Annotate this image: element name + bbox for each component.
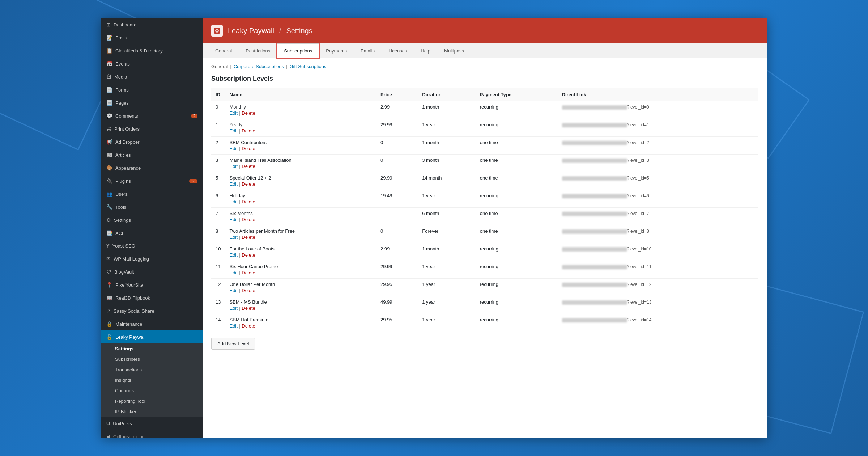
tab-emails[interactable]: Emails [354, 43, 382, 58]
cell-id: 10 [211, 243, 225, 261]
sidebar-item-maintenance[interactable]: 🔒 Maintenance [101, 317, 203, 330]
edit-link[interactable]: Edit [229, 270, 237, 275]
link-suffix: ?level_id=13 [627, 300, 652, 305]
sidebar-item-unipress[interactable]: U UniPress [101, 417, 203, 430]
sidebar-item-sassy-social[interactable]: ↗ Sassy Social Share [101, 304, 203, 317]
link-suffix: ?level_id=8 [627, 229, 649, 234]
cell-direct-link: ?level_id=7 [558, 208, 758, 225]
edit-link[interactable]: Edit [229, 305, 237, 311]
cell-duration: 1 year [418, 119, 476, 137]
sidebar-item-leaky-paywall[interactable]: 🔓 Leaky Paywall [101, 330, 203, 343]
cell-direct-link: ?level_id=6 [558, 190, 758, 208]
tab-help[interactable]: Help [414, 43, 437, 58]
sidebar-item-events[interactable]: 📅 Events [101, 57, 203, 70]
leaky-paywall-icon: 🔓 [106, 334, 112, 340]
tab-restrictions[interactable]: Restrictions [239, 43, 277, 58]
add-new-level-button[interactable]: Add New Level [211, 338, 255, 350]
delete-link[interactable]: Delete [242, 146, 255, 151]
sidebar-subitem-insights[interactable]: Insights [101, 375, 203, 385]
sidebar-subitem-subscribers[interactable]: Subscribers [101, 354, 203, 364]
tab-general[interactable]: General [208, 43, 239, 58]
sidebar-subitem-ip-blocker[interactable]: IP Blocker [101, 406, 203, 417]
sidebar-item-settings[interactable]: ⚙ Settings [101, 214, 203, 227]
sidebar-item-comments[interactable]: 💬 Comments 2 [101, 109, 203, 122]
delete-link[interactable]: Delete [242, 270, 255, 275]
sidebar-subitem-transactions[interactable]: Transactions [101, 364, 203, 375]
delete-link[interactable]: Delete [242, 199, 255, 204]
delete-link[interactable]: Delete [242, 164, 255, 169]
edit-link[interactable]: Edit [229, 235, 237, 240]
sidebar-item-dashboard[interactable]: ⊞ Dashboard [101, 18, 203, 31]
delete-link[interactable]: Delete [242, 217, 255, 222]
edit-link[interactable]: Edit [229, 110, 237, 116]
cell-payment-type: recurring [476, 279, 558, 296]
breadcrumb: General | Corporate Subscriptions | Gift… [211, 64, 758, 69]
sidebar-subitem-coupons[interactable]: Coupons [101, 385, 203, 396]
sidebar-item-ad-dropper[interactable]: 📢 Ad Dropper [101, 135, 203, 148]
cell-payment-type: one time [476, 137, 558, 155]
edit-link[interactable]: Edit [229, 288, 237, 293]
tab-payments[interactable]: Payments [319, 43, 354, 58]
sidebar-subitem-settings[interactable]: Settings [101, 343, 203, 354]
sidebar-item-classifieds[interactable]: 📋 Classifieds & Directory [101, 44, 203, 57]
row-actions: Edit|Delete [229, 146, 371, 151]
sidebar-item-users[interactable]: 👥 Users [101, 187, 203, 200]
row-name: Six Hour Canoe Promo [229, 264, 371, 269]
edit-link[interactable]: Edit [229, 199, 237, 204]
delete-link[interactable]: Delete [242, 181, 255, 187]
sidebar-item-forms[interactable]: 📄 Forms [101, 83, 203, 96]
sidebar-item-collapse[interactable]: ◀ Collapse menu [101, 430, 203, 438]
link-suffix: ?level_id=12 [627, 282, 652, 287]
collapse-icon: ◀ [106, 434, 110, 438]
cell-payment-type: recurring [476, 101, 558, 119]
edit-link[interactable]: Edit [229, 252, 237, 258]
cell-price: 0 [376, 225, 418, 243]
sidebar-item-media[interactable]: 🖼 Media [101, 70, 203, 83]
cell-name: SBM Contributors Edit|Delete [225, 137, 376, 155]
sidebar-item-pages[interactable]: 📃 Pages [101, 96, 203, 109]
breadcrumb-gift[interactable]: Gift Subscriptions [290, 64, 327, 69]
delete-link[interactable]: Delete [242, 235, 255, 240]
sidebar-item-acf[interactable]: 📑 ACF [101, 227, 203, 240]
sidebar-item-posts[interactable]: 📝 Posts [101, 31, 203, 44]
cell-name: Holiday Edit|Delete [225, 190, 376, 208]
acf-icon: 📑 [106, 230, 112, 236]
edit-link[interactable]: Edit [229, 217, 237, 222]
delete-link[interactable]: Delete [242, 252, 255, 258]
delete-link[interactable]: Delete [242, 110, 255, 116]
edit-link[interactable]: Edit [229, 181, 237, 187]
sidebar-item-wp-mail[interactable]: ✉ WP Mail Logging [101, 252, 203, 265]
tab-subscriptions[interactable]: Subscriptions [277, 43, 319, 58]
delete-link[interactable]: Delete [242, 288, 255, 293]
edit-link[interactable]: Edit [229, 146, 237, 151]
cell-duration: 14 month [418, 172, 476, 190]
edit-link[interactable]: Edit [229, 164, 237, 169]
delete-link[interactable]: Delete [242, 323, 255, 329]
table-row: 3 Maine Island Trail Association Edit|De… [211, 155, 758, 172]
sidebar-item-print-orders[interactable]: 🖨 Print Orders [101, 122, 203, 135]
content-area: General Restrictions Subscriptions Payme… [203, 43, 767, 438]
edit-link[interactable]: Edit [229, 323, 237, 329]
sidebar-item-tools[interactable]: 🔧 Tools [101, 200, 203, 214]
sidebar-item-plugins[interactable]: 🔌 Plugins 23 [101, 174, 203, 187]
tab-licenses[interactable]: Licenses [382, 43, 414, 58]
cell-duration: 3 month [418, 155, 476, 172]
delete-link[interactable]: Delete [242, 128, 255, 134]
sidebar-item-yoast[interactable]: Y Yoast SEO [101, 240, 203, 252]
edit-link[interactable]: Edit [229, 128, 237, 134]
sidebar-item-appearance[interactable]: 🎨 Appearance [101, 161, 203, 174]
cell-price [376, 208, 418, 225]
delete-link[interactable]: Delete [242, 305, 255, 311]
sidebar-subitem-reporting[interactable]: Reporting Tool [101, 396, 203, 406]
sidebar-item-label: Real3D Flipbook [115, 295, 150, 301]
sidebar-item-articles[interactable]: 📰 Articles [101, 148, 203, 161]
sidebar-item-pixelyoursite[interactable]: 📍 PixelYourSite [101, 278, 203, 291]
title-separator: / [279, 27, 281, 35]
sidebar-item-real3d[interactable]: 📖 Real3D Flipbook [101, 291, 203, 304]
breadcrumb-corporate[interactable]: Corporate Subscriptions [234, 64, 284, 69]
cell-direct-link: ?level_id=10 [558, 243, 758, 261]
table-row: 8 Two Articles per Month for Free Edit|D… [211, 225, 758, 243]
sidebar-item-blogvault[interactable]: 🛡 BlogVault [101, 265, 203, 278]
tab-multipass[interactable]: Multipass [437, 43, 471, 58]
cell-payment-type: one time [476, 155, 558, 172]
